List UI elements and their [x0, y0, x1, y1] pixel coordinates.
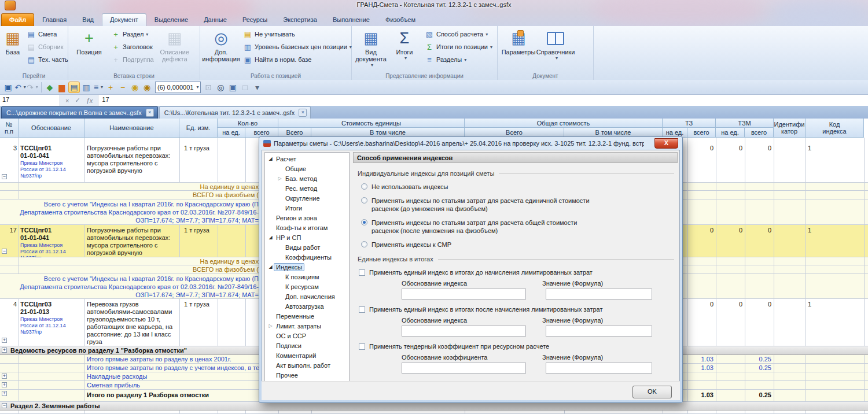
- tree-item-Коэффициенты[interactable]: Коэффициенты: [265, 252, 349, 262]
- checkbox-unchecked-icon[interactable]: [359, 269, 365, 276]
- base-nav-icon[interactable]: ◆: [44, 82, 56, 93]
- radio-option[interactable]: Применять индексы к СМР: [361, 241, 678, 249]
- ribbon-tab-Вид[interactable]: Вид: [75, 14, 101, 26]
- justification-input[interactable]: [402, 289, 526, 300]
- ribbon-button-find-in-base-icon[interactable]: ▣Найти в норм. базе: [241, 53, 354, 66]
- tree-item-Общие[interactable]: Общие: [265, 164, 349, 173]
- expander-plus-icon[interactable]: +: [2, 338, 7, 343]
- ribbon-button-ignore-icon[interactable]: ▤Не учитывать: [241, 28, 354, 40]
- tree-item-К позициям[interactable]: К позициям: [265, 272, 349, 282]
- value-formula-input[interactable]: [546, 289, 652, 300]
- preview-icon[interactable]: ▣: [227, 82, 238, 93]
- precision-combobox[interactable]: (6) 0,000001▾: [155, 82, 201, 93]
- insert-row-icon[interactable]: +: [105, 82, 116, 93]
- ribbon-button-sigma-icon[interactable]: ΣИтоги▾: [388, 28, 421, 62]
- ribbon-button-position-totals-icon[interactable]: ΣИтоги по позиции▾: [422, 40, 495, 53]
- tree-item-Комментарий[interactable]: Комментарий: [265, 350, 349, 360]
- ribbon-button-add-section-icon[interactable]: +Раздел▾: [109, 28, 156, 40]
- ribbon-tab-Физобъем[interactable]: Физобъем: [378, 14, 423, 26]
- expander-minus-icon[interactable]: −: [2, 249, 7, 254]
- ribbon-button-extra-info-icon[interactable]: ◎Доп. информация: [203, 28, 240, 64]
- coefficients2-icon[interactable]: ◉: [141, 82, 153, 93]
- tree-item-Подписи[interactable]: Подписи: [265, 341, 349, 350]
- cancel-icon[interactable]: ×: [65, 97, 69, 104]
- cell-reference-box[interactable]: 17: [0, 95, 60, 106]
- tree-item-Рес. метод[interactable]: Рес. метод: [265, 183, 349, 193]
- tree-item-Прочее[interactable]: Прочее: [265, 370, 349, 380]
- tree-item-НР и СП[interactable]: ◢НР и СП: [265, 232, 349, 242]
- ok-button[interactable]: OK: [632, 386, 672, 398]
- chart-icon[interactable]: ▆: [56, 82, 68, 93]
- radio-option[interactable]: Применять индексы по статьям затрат для …: [361, 219, 678, 235]
- close-tab-icon[interactable]: ×: [146, 109, 154, 117]
- dialog-titlebar[interactable]: Параметры сметы - C:\Users\e.basharina\D…: [259, 137, 682, 150]
- fx-icon[interactable]: ƒx: [86, 97, 93, 104]
- coefficients-icon[interactable]: ◉: [129, 82, 141, 93]
- ribbon-tab-Документ[interactable]: Документ: [102, 13, 146, 26]
- tree-item-Акт выполн. работ[interactable]: Акт выполн. работ: [265, 360, 349, 370]
- checkbox-unchecked-icon[interactable]: [359, 343, 365, 350]
- expander-plus-icon[interactable]: +: [2, 382, 7, 387]
- justification-input[interactable]: [402, 326, 526, 337]
- tree-item-Лимит. затраты[interactable]: ▷Лимит. затраты: [265, 321, 349, 331]
- tree-item-Виды работ[interactable]: Виды работ: [265, 242, 349, 252]
- tree-item-Итоги[interactable]: Итоги: [265, 203, 349, 213]
- tree-item-Переменные[interactable]: Переменные: [265, 311, 349, 321]
- ribbon-button-add-header-icon[interactable]: +Заголовок: [109, 40, 156, 53]
- expander-plus-icon[interactable]: +: [2, 374, 7, 379]
- find-icon[interactable]: ◎: [215, 82, 226, 93]
- expander-minus-icon[interactable]: −: [2, 174, 7, 179]
- more-icon[interactable]: ▾: [251, 82, 263, 93]
- enter-icon[interactable]: ✓: [75, 97, 80, 104]
- ribbon-button-parameters-icon[interactable]: ▦Параметры: [500, 28, 537, 57]
- ribbon-button-smeta-doc-icon[interactable]: ▤Смета: [24, 28, 71, 40]
- wizard-icon[interactable]: ▥: [80, 82, 92, 93]
- tree-item-К ресурсам[interactable]: К ресурсам: [265, 282, 349, 291]
- tree-item-Баз. метод[interactable]: ▷Баз. метод: [265, 173, 349, 183]
- ribbon-tab-Ресурсы[interactable]: Ресурсы: [235, 14, 275, 26]
- ribbon-tab-Экспертиза[interactable]: Экспертиза: [275, 14, 325, 26]
- value-formula-input[interactable]: [546, 326, 652, 337]
- tree-item-ОС и ССР[interactable]: ОС и ССР: [265, 331, 349, 341]
- checkbox-unchecked-icon[interactable]: [359, 306, 365, 313]
- ribbon-button-calc-method-icon[interactable]: ▧Способ расчета▾: [422, 28, 495, 40]
- ribbon-tab-Файл[interactable]: Файл: [1, 13, 34, 26]
- tree-item-Коэф-ты к итогам[interactable]: Коэф-ты к итогам: [265, 223, 349, 232]
- ribbon-button-tech-part-icon[interactable]: ▤Тех. часть: [24, 53, 71, 66]
- expander-minus-icon[interactable]: −: [2, 403, 7, 408]
- ribbon-tab-Данные[interactable]: Данные: [196, 14, 234, 26]
- undo-icon[interactable]: ↶▾: [14, 82, 26, 93]
- document-tab[interactable]: C:\Us...\Котельная тит. 12.3.2-1 с замеч…: [159, 106, 311, 119]
- radio-option[interactable]: Применять индексы по статьям затрат для …: [361, 197, 678, 213]
- ribbon-button-references-icon[interactable]: Справочники▾: [537, 28, 574, 62]
- close-button[interactable]: X: [654, 138, 678, 149]
- expander-plus-icon[interactable]: +: [2, 348, 7, 353]
- radio-unchecked-icon[interactable]: [361, 197, 367, 204]
- document-tab[interactable]: С...\дорожное покрытие п.Волна с замеч..…: [1, 106, 158, 119]
- expander-plus-icon[interactable]: +: [2, 391, 7, 396]
- checkbox-option[interactable]: Применять единый индекс в итогах после н…: [359, 306, 678, 313]
- delete-row-icon[interactable]: −: [117, 82, 128, 93]
- save-icon[interactable]: ▣: [2, 82, 14, 93]
- tree-item-Индексы[interactable]: ◢Индексы: [265, 262, 349, 272]
- position-card-icon[interactable]: ▤: [68, 82, 80, 93]
- radio-checked-icon[interactable]: [361, 219, 367, 226]
- ribbon-tab-Главная[interactable]: Главная: [35, 14, 74, 26]
- formula-input[interactable]: 17: [98, 95, 868, 106]
- value-formula-input[interactable]: [546, 363, 652, 374]
- ribbon-tab-Выделение[interactable]: Выделение: [147, 14, 196, 26]
- tree-item-Доп. начисления[interactable]: Доп. начисления: [265, 291, 349, 301]
- radio-unchecked-icon[interactable]: [361, 241, 367, 247]
- ribbon-button-doc-view-icon[interactable]: ▦Вид документа▾: [354, 28, 388, 69]
- ribbon-button-base-price-level-icon[interactable]: ▥Уровень базисных цен позиции▾: [241, 40, 354, 53]
- tree-item-Округление[interactable]: Округление: [265, 193, 349, 203]
- tree-item-Регион и зона[interactable]: Регион и зона: [265, 213, 349, 223]
- radio-unchecked-icon[interactable]: [361, 183, 367, 190]
- justification-input[interactable]: [402, 363, 526, 374]
- close-tab-icon[interactable]: ×: [299, 109, 307, 117]
- ribbon-button-sections-icon[interactable]: ≡Разделы▾: [422, 53, 495, 66]
- checkbox-option[interactable]: Применять единый индекс в итогах до начи…: [359, 269, 678, 276]
- checkbox-option[interactable]: Применять тендерный коэффициент при ресу…: [359, 343, 678, 350]
- tree-item-Автозагрузка[interactable]: Автозагрузка: [265, 301, 349, 311]
- table-row[interactable]: −Раздел 2. Земляные работы: [0, 402, 868, 411]
